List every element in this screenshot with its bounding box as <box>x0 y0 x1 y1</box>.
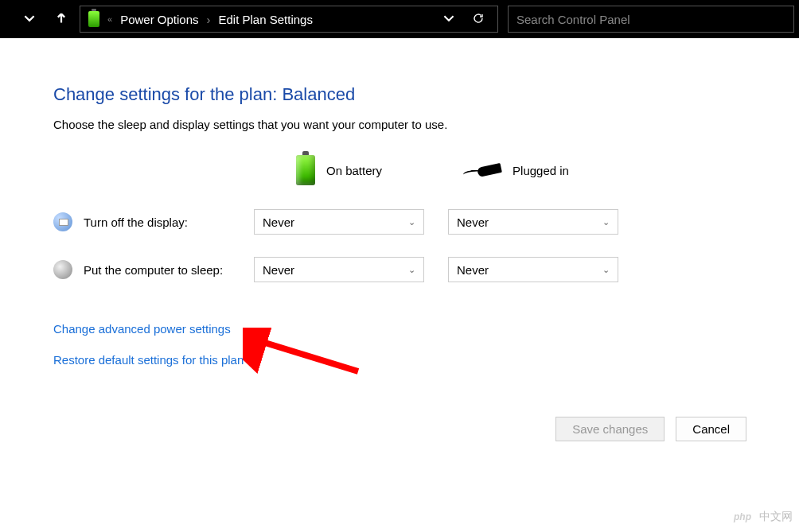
save-button: Save changes <box>555 417 665 441</box>
plugged-in-label: Plugged in <box>513 164 569 177</box>
sleep-battery-value: Never <box>263 263 294 277</box>
breadcrumb-prefix: « <box>107 14 112 24</box>
search-placeholder: Search Control Panel <box>516 13 630 26</box>
sleep-plugged-value: Never <box>457 263 489 277</box>
button-row: Save changes Cancel <box>555 417 746 441</box>
address-bar[interactable]: « Power Options › Edit Plan Settings <box>80 6 498 33</box>
sleep-plugged-select[interactable]: Never ⌄ <box>448 257 618 282</box>
cancel-button[interactable]: Cancel <box>676 417 746 441</box>
nav-down-icon[interactable] <box>24 13 35 26</box>
breadcrumb-separator: › <box>207 13 211 26</box>
page-title: Change settings for the plan: Balanced <box>53 84 799 105</box>
breadcrumb-power-options[interactable]: Power Options <box>120 13 198 26</box>
content-area: Change settings for the plan: Balanced C… <box>0 38 799 367</box>
sleep-row: Put the computer to sleep: Never ⌄ Never… <box>53 257 799 282</box>
nav-arrows <box>5 13 67 26</box>
chevron-down-icon: ⌄ <box>408 265 415 275</box>
nav-up-icon[interactable] <box>56 13 67 26</box>
watermark-text: 中文网 <box>759 510 793 524</box>
watermark: php 中文网 <box>731 510 793 524</box>
display-icon <box>53 212 72 231</box>
chevron-down-icon: ⌄ <box>408 217 415 227</box>
display-battery-select[interactable]: Never ⌄ <box>254 209 424 235</box>
address-dropdown-icon[interactable] <box>443 13 454 26</box>
chevron-down-icon: ⌄ <box>602 265 610 275</box>
display-battery-value: Never <box>263 216 294 229</box>
sleep-battery-select[interactable]: Never ⌄ <box>254 257 424 282</box>
on-battery-header: On battery <box>296 155 382 185</box>
column-headers: On battery Plugged in <box>296 155 799 185</box>
power-plan-icon <box>88 11 99 27</box>
breadcrumb-edit-plan[interactable]: Edit Plan Settings <box>219 13 313 26</box>
advanced-power-settings-link[interactable]: Change advanced power settings <box>53 322 799 336</box>
display-label: Turn off the display: <box>84 216 243 229</box>
links-block: Change advanced power settings Restore d… <box>53 322 799 367</box>
topbar: « Power Options › Edit Plan Settings Sea… <box>0 0 799 38</box>
sleep-icon <box>53 260 72 279</box>
watermark-badge: php <box>731 510 754 524</box>
page-description: Choose the sleep and display settings th… <box>53 118 799 131</box>
search-box[interactable]: Search Control Panel <box>508 6 794 33</box>
display-plugged-value: Never <box>457 216 489 229</box>
sleep-label: Put the computer to sleep: <box>84 263 243 277</box>
plugged-in-header: Plugged in <box>462 162 569 178</box>
display-row: Turn off the display: Never ⌄ Never ⌄ <box>53 209 799 235</box>
plug-icon <box>462 162 501 178</box>
chevron-down-icon: ⌄ <box>602 217 610 227</box>
refresh-icon[interactable] <box>472 12 485 27</box>
battery-icon <box>296 155 315 185</box>
display-plugged-select[interactable]: Never ⌄ <box>448 209 618 235</box>
restore-defaults-link[interactable]: Restore default settings for this plan <box>53 353 799 367</box>
on-battery-label: On battery <box>326 164 382 177</box>
